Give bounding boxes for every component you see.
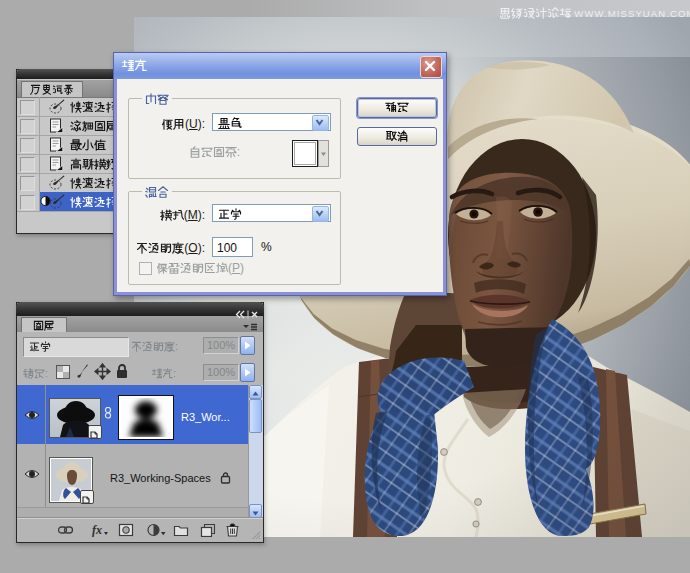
svg-text:fx: fx	[92, 523, 102, 537]
